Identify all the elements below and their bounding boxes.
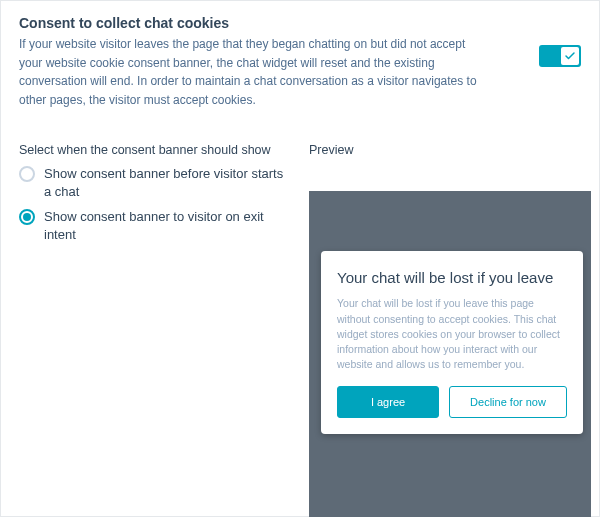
enable-toggle[interactable] [539,45,581,67]
agree-button[interactable]: I agree [337,386,439,418]
radio-group-label: Select when the consent banner should sh… [19,143,289,157]
preview-column: Preview Your chat will be lost if you le… [309,143,591,517]
modal-button-row: I agree Decline for now [337,386,567,418]
decline-button[interactable]: Decline for now [449,386,567,418]
check-icon [564,50,576,62]
preview-label: Preview [309,143,591,157]
radio-label-text: Show consent banner to visitor on exit i… [44,208,289,243]
radio-label-text: Show consent banner before visitor start… [44,165,289,200]
radio-icon [19,166,35,182]
radio-option-exit-intent[interactable]: Show consent banner to visitor on exit i… [19,208,289,243]
consent-cookies-panel: Consent to collect chat cookies If your … [0,0,600,517]
radio-option-before-chat[interactable]: Show consent banner before visitor start… [19,165,289,200]
modal-body: Your chat will be lost if you leave this… [337,296,567,372]
toggle-thumb [561,47,579,65]
options-column: Select when the consent banner should sh… [19,143,289,517]
content-columns: Select when the consent banner should sh… [19,143,581,517]
preview-viewport: Your chat will be lost if you leave Your… [309,191,591,517]
consent-modal: Your chat will be lost if you leave Your… [321,251,583,434]
section-description: If your website visitor leaves the page … [19,35,489,109]
modal-title: Your chat will be lost if you leave [337,269,567,286]
section-title: Consent to collect chat cookies [19,15,581,31]
radio-icon [19,209,35,225]
